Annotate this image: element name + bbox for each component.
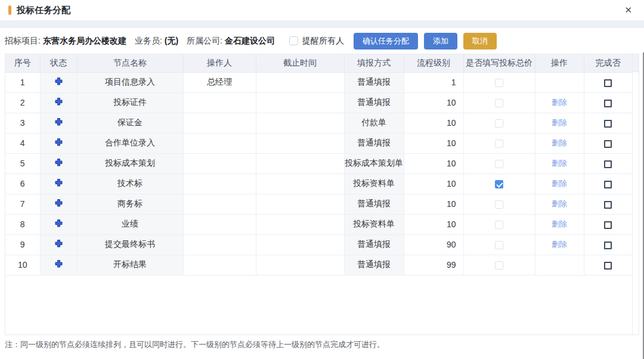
fill-total-price-checkbox[interactable] xyxy=(495,261,503,270)
page-title: 投标任务分配 xyxy=(17,5,70,16)
cell-fill-method: 投标资料单 xyxy=(344,214,404,234)
cell-fill-method: 普通填报 xyxy=(344,234,404,255)
delete-link[interactable]: 删除 xyxy=(552,219,567,228)
delete-link[interactable]: 删除 xyxy=(552,179,567,188)
remind-everyone-control[interactable]: 提醒所有人 xyxy=(289,36,344,47)
cell-done xyxy=(584,153,632,174)
cell-done xyxy=(584,113,632,133)
done-checkbox[interactable] xyxy=(604,140,612,148)
delete-link[interactable]: 删除 xyxy=(552,138,567,147)
table-row: 5投标成本策划投标成本策划单10删除 xyxy=(5,153,632,174)
fill-total-price-checkbox[interactable] xyxy=(495,119,503,128)
table-row: 9提交最终标书普通填报90删除 xyxy=(5,234,632,255)
cell-seq: 7 xyxy=(5,194,40,214)
cell-node-name: 提交最终标书 xyxy=(77,234,183,255)
cell-node-name: 业绩 xyxy=(77,214,183,234)
bid-project-label: 招标项目: xyxy=(5,36,41,47)
cell-done xyxy=(584,133,632,153)
cell-done xyxy=(584,194,632,214)
plus-icon[interactable] xyxy=(54,117,63,126)
plus-icon[interactable] xyxy=(54,158,63,167)
plus-icon[interactable] xyxy=(54,138,63,147)
delete-link[interactable]: 删除 xyxy=(552,118,567,127)
cell-process-level: 90 xyxy=(404,234,463,255)
dialog-titlebar: 投标任务分配 ✕ xyxy=(0,0,644,20)
delete-link[interactable]: 删除 xyxy=(552,240,567,249)
cell-process-level: 10 xyxy=(404,113,463,133)
cell-fill-method: 付款单 xyxy=(344,113,404,133)
done-checkbox[interactable] xyxy=(604,79,612,87)
cell-seq: 9 xyxy=(5,234,40,255)
close-icon[interactable]: ✕ xyxy=(624,5,632,16)
delete-link[interactable]: 删除 xyxy=(552,159,567,168)
cell-fill-total-price xyxy=(463,92,535,113)
fill-total-price-checkbox[interactable] xyxy=(495,160,503,168)
plus-icon[interactable] xyxy=(54,178,63,187)
table-row: 3保证金付款单10删除 xyxy=(5,113,632,133)
cell-operator xyxy=(183,133,256,153)
task-table: 序号状态节点名称操作人截止时间填报方式流程级别是否填写投标总价操作完成否 1项目… xyxy=(5,54,633,276)
done-checkbox[interactable] xyxy=(604,181,612,188)
cell-deadline xyxy=(256,174,344,194)
fill-total-price-checkbox[interactable] xyxy=(495,180,503,188)
cancel-button[interactable]: 取消 xyxy=(463,33,497,49)
fill-total-price-checkbox[interactable] xyxy=(495,221,503,229)
cell-status xyxy=(40,214,77,234)
done-checkbox[interactable] xyxy=(604,120,612,128)
plus-icon[interactable] xyxy=(54,219,63,228)
task-table-container: 序号状态节点名称操作人截止时间填报方式流程级别是否填写投标总价操作完成否 1项目… xyxy=(5,54,639,335)
table-row: 6技术标投标资料单10删除 xyxy=(5,174,632,194)
plus-icon[interactable] xyxy=(54,77,63,86)
table-header-row: 序号状态节点名称操作人截止时间填报方式流程级别是否填写投标总价操作完成否 xyxy=(5,54,632,72)
cell-seq: 8 xyxy=(5,214,40,234)
plus-icon[interactable] xyxy=(54,97,63,106)
cell-fill-method: 普通填报 xyxy=(344,92,404,113)
plus-icon[interactable] xyxy=(54,259,63,268)
delete-link[interactable]: 删除 xyxy=(552,199,567,208)
cell-fill-method: 普通填报 xyxy=(344,133,404,153)
cell-fill-total-price xyxy=(463,174,535,194)
cell-fill-total-price xyxy=(463,153,535,174)
plus-icon[interactable] xyxy=(54,199,63,208)
cell-done xyxy=(584,72,632,92)
done-checkbox[interactable] xyxy=(604,160,612,168)
done-checkbox[interactable] xyxy=(604,262,612,270)
done-checkbox[interactable] xyxy=(604,242,612,249)
cell-operator xyxy=(183,255,256,275)
fill-total-price-checkbox[interactable] xyxy=(495,79,503,87)
bid-project-value: 东营水务局办公楼改建 xyxy=(43,36,126,47)
cell-seq: 3 xyxy=(5,113,40,133)
fill-total-price-checkbox[interactable] xyxy=(495,241,503,249)
cell-status xyxy=(40,133,77,153)
cell-action: 删除 xyxy=(535,234,584,255)
footer-note: 注：同一级别的节点必须连续排列，且可以同时进行。下一级别的节点必须等待上一级别的… xyxy=(5,339,385,350)
cell-status xyxy=(40,92,77,113)
table-scrollbar-gutter[interactable] xyxy=(632,54,639,335)
fill-total-price-checkbox[interactable] xyxy=(495,140,503,148)
cell-deadline xyxy=(256,133,344,153)
cell-fill-total-price xyxy=(463,133,535,153)
cell-deadline xyxy=(256,194,344,214)
fill-total-price-checkbox[interactable] xyxy=(495,200,503,209)
done-checkbox[interactable] xyxy=(604,201,612,209)
cell-action xyxy=(535,72,584,92)
fill-total-price-checkbox[interactable] xyxy=(495,99,503,107)
column-header-action: 操作 xyxy=(535,54,584,72)
cell-action: 删除 xyxy=(535,214,584,234)
done-checkbox[interactable] xyxy=(604,221,612,229)
plus-icon[interactable] xyxy=(54,239,63,248)
company-value: 金石建设公司 xyxy=(225,36,275,47)
cell-operator xyxy=(183,194,256,214)
cell-status xyxy=(40,255,77,275)
cell-seq: 2 xyxy=(5,92,40,113)
add-button[interactable]: 添加 xyxy=(424,33,457,49)
table-row: 2投标证件普通填报10删除 xyxy=(5,92,632,113)
remind-everyone-checkbox[interactable] xyxy=(289,36,298,45)
cell-action: 删除 xyxy=(535,194,584,214)
done-checkbox[interactable] xyxy=(604,100,612,107)
cell-process-level: 10 xyxy=(404,133,463,153)
delete-link[interactable]: 删除 xyxy=(552,98,567,107)
cell-node-name: 技术标 xyxy=(77,174,183,194)
cell-status xyxy=(40,153,77,174)
confirm-task-assign-button[interactable]: 确认任务分配 xyxy=(354,33,418,49)
